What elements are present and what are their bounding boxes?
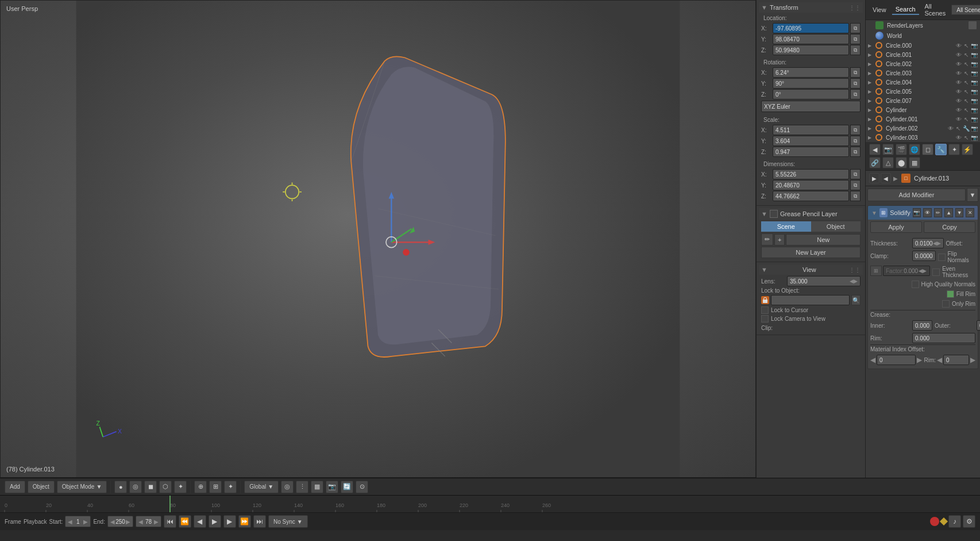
factor-toggle[interactable]: ⊞ [870,266,882,276]
c003-cam[interactable]: 📷 [971,70,978,76]
loc-y-value[interactable]: 98.08470 [773,34,849,44]
pivot-btn[interactable]: ⊕ [194,481,207,493]
outliner-item-circle000[interactable]: ▶ Circle.000 👁 ↖ 📷 [866,41,980,50]
render-props-btn[interactable]: 📷 [882,144,894,155]
rot-z-value[interactable]: 0° [773,89,849,99]
outliner-item-circle001[interactable]: ▶ Circle.001 👁 ↖ 📷 [866,50,980,59]
cyl002-eye[interactable]: 👁 [948,125,954,132]
loc-z-copy[interactable]: ⧉ [850,45,861,55]
sc-z-copy[interactable]: ⧉ [850,147,861,157]
gp-new-layer-btn[interactable]: New Layer [761,247,861,258]
texture-view-btn[interactable]: ⬡ [159,481,172,493]
sync-mode-btn[interactable]: ⚙ [963,515,975,528]
c005-cursor[interactable]: ↖ [964,89,969,95]
even-thickness-checkbox[interactable] [932,268,940,276]
search-tab[interactable]: Search [892,5,919,15]
lock-obj-picker[interactable]: 🔍 [851,295,861,305]
up-btn[interactable]: ▲ [944,208,953,217]
hq-normals-checkbox[interactable] [912,281,919,288]
start-field[interactable]: ◀ 1 ▶ [65,516,91,527]
dim-z-value[interactable]: 44.76662 [773,191,849,201]
edit-mode-btn[interactable]: ✏ [934,208,943,217]
lock-camera-checkbox[interactable] [761,315,769,323]
prev-keyframe-btn[interactable]: ⏪ [179,515,191,528]
mat-index-value[interactable]: 0 [877,355,916,365]
rim-index-inc[interactable]: ▶ [970,356,975,364]
outliner-item-circle005[interactable]: ▶ Circle.005 👁 ↖ 📷 [866,87,980,96]
nav-back-btn[interactable]: ◀ [869,144,881,155]
viewport[interactable]: X Z User Persp (78) Cylinder.013 [0,0,756,478]
viewport-vis-btn[interactable]: 👁 [923,208,932,217]
gp-checkbox[interactable] [770,210,778,218]
solidify-collapse[interactable]: ▼ [871,210,877,216]
c004-eye[interactable]: 👁 [956,79,962,86]
copy-btn[interactable]: Copy [924,221,975,233]
jump-start-btn[interactable]: ⏮ [164,515,176,528]
current-frame-field[interactable]: ◀ 78 ▶ [136,516,161,527]
rot-y-copy[interactable]: ⧉ [850,78,861,89]
dim-z-copy[interactable]: ⧉ [850,191,861,201]
solid-btn[interactable]: ◼ [144,481,157,493]
snap-btn[interactable]: ✦ [224,481,237,493]
add-modifier-dropdown[interactable]: ▼ [967,188,978,202]
obj-nav-btn2[interactable]: ◀ [881,173,891,183]
loc-z-value[interactable]: 50.99480 [773,45,849,55]
gp-scene-tab[interactable]: Scene [761,221,811,232]
cyl002-wrench[interactable]: 🔧 [963,125,970,132]
rendered-btn[interactable]: ✦ [174,481,187,493]
render-vis-btn[interactable]: 📷 [913,208,921,217]
euler-select[interactable]: XYZ Euler [761,101,861,112]
loc-x-copy[interactable]: ⧉ [850,23,861,33]
rot-y-value[interactable]: 90° [773,78,849,89]
inner-value[interactable]: 0.000 [912,320,932,331]
sc-z-value[interactable]: 0.947 [773,147,849,157]
modifier-props-btn[interactable]: 🔧 [935,144,947,155]
cyl001-cursor[interactable]: ↖ [964,116,969,122]
gp-new-btn[interactable]: New [786,234,861,245]
play-btn[interactable]: ▶ [209,515,221,528]
step-forward-btn[interactable]: ▶ [223,515,236,528]
transform-btn[interactable]: ⊞ [209,481,222,493]
rim-index-dec[interactable]: ◀ [937,356,942,364]
all-scenes-tab[interactable]: All Scenes [921,2,950,18]
world-props-btn[interactable]: 🌐 [909,144,920,155]
sphere-view-btn[interactable]: ● [114,481,127,493]
outer-value[interactable]: 0.000 [977,320,980,331]
view-tab[interactable]: View [869,5,890,14]
c002-eye[interactable]: 👁 [956,61,962,67]
proportional-btn[interactable]: ◎ [281,481,294,493]
cyl003-eye[interactable]: 👁 [956,135,962,141]
rim-crease-value[interactable]: 0.000 [912,333,975,343]
lock-obj-value[interactable] [771,295,850,305]
mode-select-btn[interactable]: Object Mode ▼ [57,481,107,493]
only-rim-checkbox[interactable] [942,300,950,308]
object-mode-label-btn[interactable]: Object [28,481,55,493]
grid-btn[interactable]: ⋮ [296,481,308,493]
cyl001-eye[interactable]: 👁 [956,116,962,122]
cyl-cursor[interactable]: ↖ [964,107,969,113]
step-back-btn[interactable]: ◀ [194,515,206,528]
outliner-item-world[interactable]: World [866,30,980,41]
flip-normals-checkbox[interactable] [938,254,946,261]
thickness-value[interactable]: 0.0100 ◀▶ [912,238,944,248]
add-modifier-btn[interactable]: Add Modifier [867,189,966,201]
cyl-cam[interactable]: 📷 [971,107,978,113]
c004-cam[interactable]: 📷 [971,79,978,86]
outliner-item-cylinder002[interactable]: ▶ Cylinder.002 👁 ↖ 🔧 📷 [866,124,980,133]
dim-x-value[interactable]: 5.55226 [773,169,849,179]
rim-index-value[interactable]: 0 [943,355,969,365]
outliner-item-circle007[interactable]: ▶ Circle.007 👁 ↖ 📷 [866,96,980,105]
factor-value[interactable]: Factor: 0.000 ◀▶ [883,266,930,276]
material-btn[interactable]: ⬤ [896,157,907,168]
lock-cursor-checkbox[interactable] [761,306,769,314]
c002-cursor[interactable]: ↖ [964,61,969,67]
c002-cam[interactable]: 📷 [971,61,978,67]
outliner-item-renderlayers[interactable]: RenderLayers [866,20,980,30]
c001-cursor[interactable]: ↖ [964,52,969,58]
mat-index-inc[interactable]: ▶ [917,356,922,364]
cyl003-cursor[interactable]: ↖ [964,135,969,141]
outliner-item-circle003[interactable]: ▶ Circle.003 👁 ↖ 📷 [866,68,980,78]
gp-object-tab[interactable]: Object [811,221,861,232]
particles-btn[interactable]: ✦ [948,144,960,155]
dim-y-value[interactable]: 20.48670 [773,180,849,190]
